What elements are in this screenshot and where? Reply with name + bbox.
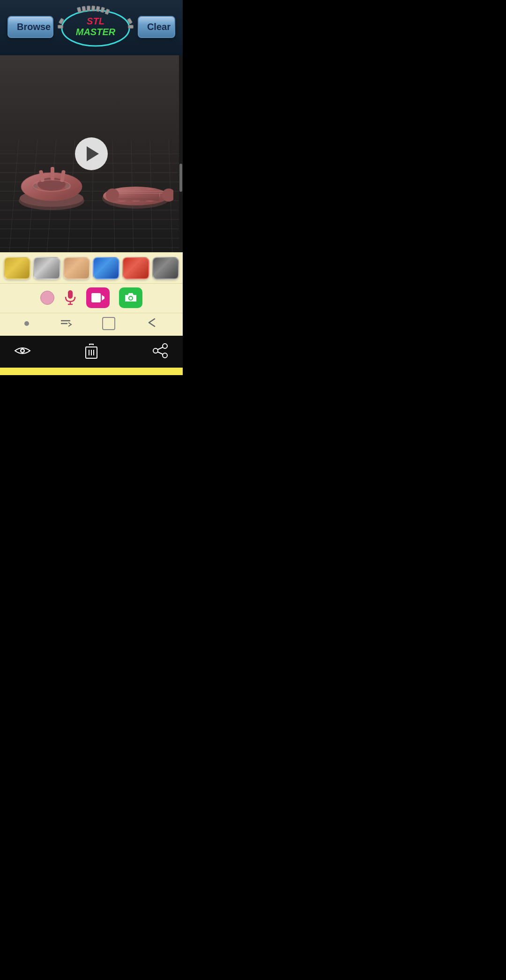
material-skin[interactable] bbox=[63, 257, 90, 279]
svg-line-75 bbox=[158, 352, 163, 354]
svg-point-74 bbox=[153, 348, 158, 353]
camera-button[interactable] bbox=[119, 287, 142, 308]
material-silver[interactable] bbox=[33, 257, 60, 279]
view-button[interactable] bbox=[14, 344, 31, 359]
svg-rect-1 bbox=[77, 7, 81, 12]
logo-gear-icon: STL MASTER bbox=[53, 6, 138, 48]
svg-rect-4 bbox=[91, 6, 95, 11]
logo-wrapper: STL MASTER bbox=[53, 6, 138, 48]
svg-rect-7 bbox=[105, 9, 109, 15]
svg-point-66 bbox=[22, 350, 24, 352]
svg-line-76 bbox=[158, 347, 163, 350]
nav-bar bbox=[0, 313, 183, 336]
svg-text:MASTER: MASTER bbox=[76, 27, 116, 37]
svg-rect-11 bbox=[128, 25, 133, 28]
trash-icon bbox=[84, 342, 99, 359]
bottom-action-bar bbox=[0, 336, 183, 368]
svg-rect-3 bbox=[87, 6, 90, 11]
svg-rect-56 bbox=[68, 290, 73, 299]
nav-overview-button[interactable] bbox=[102, 317, 115, 330]
material-gold[interactable] bbox=[4, 257, 30, 279]
viewport-scrollbar[interactable] bbox=[179, 55, 183, 252]
recent-apps-icon bbox=[59, 317, 72, 328]
controls-bar bbox=[0, 283, 183, 313]
play-button[interactable] bbox=[75, 137, 108, 170]
mic-icon bbox=[64, 289, 77, 306]
svg-point-73 bbox=[163, 353, 167, 358]
svg-rect-59 bbox=[91, 293, 101, 302]
color-indicator[interactable] bbox=[40, 291, 54, 305]
3d-viewport bbox=[0, 55, 183, 252]
material-blue[interactable] bbox=[93, 257, 119, 279]
svg-point-72 bbox=[163, 344, 167, 348]
svg-rect-5 bbox=[96, 7, 100, 12]
scrollbar-thumb[interactable] bbox=[179, 164, 182, 192]
svg-marker-60 bbox=[102, 295, 104, 301]
svg-text:STL: STL bbox=[87, 16, 104, 26]
mic-button[interactable] bbox=[64, 289, 77, 306]
svg-rect-9 bbox=[58, 25, 63, 28]
material-selector bbox=[0, 252, 183, 283]
3d-model-left bbox=[14, 158, 89, 215]
share-button[interactable] bbox=[152, 342, 169, 361]
logo-area: STL MASTER bbox=[53, 6, 138, 48]
back-arrow-icon bbox=[145, 317, 158, 328]
share-icon bbox=[152, 342, 169, 359]
play-icon bbox=[87, 146, 99, 161]
eye-icon bbox=[14, 344, 31, 357]
video-record-button[interactable] bbox=[86, 287, 110, 308]
svg-rect-6 bbox=[101, 7, 104, 12]
nav-home-dot[interactable] bbox=[24, 321, 29, 326]
delete-button[interactable] bbox=[84, 342, 99, 361]
footer-strip bbox=[0, 368, 183, 375]
svg-rect-40 bbox=[51, 167, 54, 180]
3d-model-right bbox=[98, 168, 173, 215]
browse-button[interactable]: Browse bbox=[7, 16, 53, 38]
nav-back-button[interactable] bbox=[145, 317, 158, 330]
svg-point-54 bbox=[106, 188, 119, 202]
camera-icon bbox=[123, 291, 138, 304]
clear-button[interactable]: Clear bbox=[138, 16, 175, 38]
nav-recent-button[interactable] bbox=[59, 317, 72, 330]
svg-rect-2 bbox=[82, 7, 85, 12]
svg-point-62 bbox=[129, 297, 132, 300]
app-header: Browse bbox=[0, 0, 183, 55]
material-red[interactable] bbox=[122, 257, 149, 279]
material-gray[interactable] bbox=[152, 257, 179, 279]
video-icon bbox=[90, 291, 105, 304]
